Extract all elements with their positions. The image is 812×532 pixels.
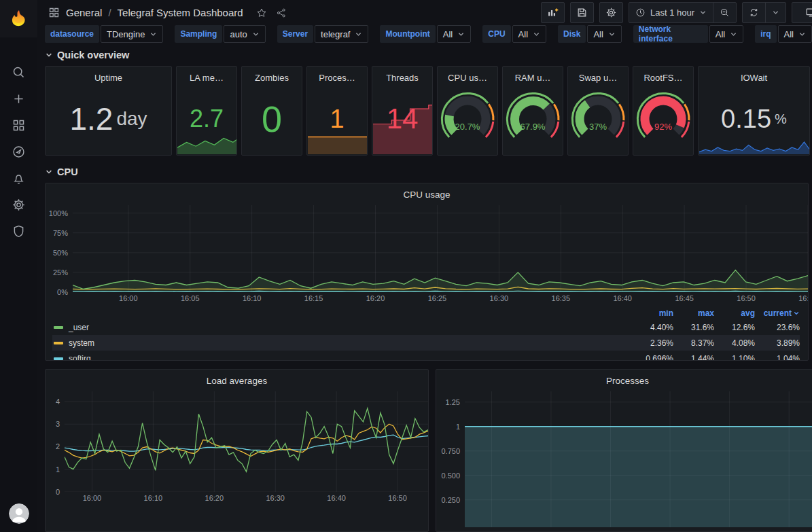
stat-panel-rootfs-gauge: RootFS… 92%: [633, 66, 694, 156]
panel-title[interactable]: Proces…: [310, 73, 364, 83]
variable-select[interactable]: All: [709, 25, 743, 43]
panel-title[interactable]: Zombies: [245, 73, 299, 83]
save-dashboard-button[interactable]: [570, 2, 594, 23]
sidebar: [0, 0, 37, 532]
row-cpu[interactable]: CPU: [45, 156, 812, 183]
clock-icon: [635, 7, 646, 18]
legend-col-current[interactable]: current: [755, 308, 800, 318]
variable-select[interactable]: All: [587, 25, 621, 43]
chevron-down-icon: [252, 31, 260, 38]
panel-title[interactable]: Swap u…: [571, 73, 625, 83]
legend-col-max[interactable]: max: [673, 308, 714, 318]
gauge: 37%: [567, 90, 629, 143]
refresh-button[interactable]: [743, 3, 765, 22]
star-icon[interactable]: [255, 6, 268, 20]
cycle-view-button[interactable]: [792, 2, 812, 23]
create-plus-icon[interactable]: [5, 91, 33, 106]
cpu-usage-panel: CPU usage 0%25%50%75%100% 16:0016:0516:1…: [45, 183, 809, 361]
panel-title[interactable]: IOWait: [701, 73, 807, 83]
panel-title[interactable]: Uptime: [48, 73, 169, 83]
grafana-flame-icon: [9, 9, 29, 29]
panel-title[interactable]: CPU us…: [440, 73, 495, 83]
variable-select[interactable]: All: [512, 25, 546, 43]
variable-select[interactable]: All: [437, 25, 471, 43]
sort-chevron-icon: [793, 310, 800, 317]
panel-title[interactable]: CPU usage: [46, 183, 808, 205]
breadcrumb-dashboard-title[interactable]: Telegraf System Dashboard: [118, 7, 243, 18]
cpu-usage-graph: 0%25%50%75%100% 16:0016:0516:1016:1516:2…: [46, 205, 808, 304]
dashboards-grid-icon[interactable]: [5, 118, 33, 132]
panel-title[interactable]: LA me…: [179, 73, 234, 83]
bottom-panels-row: Load averages 01234 16:0016:1016:2016:30…: [45, 369, 812, 532]
chevron-down-icon: [608, 31, 616, 38]
panel-title[interactable]: RootFS…: [636, 73, 690, 83]
section-title: CPU: [57, 166, 78, 177]
grafana-logo[interactable]: [0, 0, 37, 37]
legend-row-system: system 2.36% 8.37% 4.08% 3.89%: [52, 335, 800, 351]
zoom-out-button[interactable]: [713, 3, 736, 22]
variable-select[interactable]: auto: [224, 25, 265, 43]
series-name[interactable]: softirq: [69, 354, 633, 361]
plot-area[interactable]: [65, 391, 428, 492]
grafana-app: General / Telegraf System Dashboard: [0, 0, 812, 532]
search-icon[interactable]: [5, 65, 33, 79]
panel-title[interactable]: RAM u…: [506, 73, 560, 83]
series-name[interactable]: system: [69, 338, 633, 348]
stat-value: 14: [372, 83, 432, 155]
alerting-bell-icon[interactable]: [5, 171, 33, 185]
legend-min: 0.696%: [633, 354, 673, 361]
stat-panel-iowait: IOWait 0.15%: [698, 66, 810, 156]
panel-title[interactable]: Processes: [436, 370, 812, 391]
sidebar-nav: [5, 65, 33, 238]
add-panel-button[interactable]: [541, 2, 565, 23]
plot-area[interactable]: [73, 205, 808, 292]
variable-select[interactable]: TDengine: [101, 25, 163, 43]
chevron-down-icon: [149, 31, 157, 38]
configuration-gear-icon[interactable]: [5, 197, 33, 212]
main-area: General / Telegraf System Dashboard: [37, 0, 812, 532]
dashboard-settings-button[interactable]: [599, 2, 623, 23]
variable-irq: irq All: [755, 25, 812, 43]
svg-text:92%: 92%: [654, 122, 672, 132]
stat-panel-la-medium: LA me… 2.7: [176, 66, 237, 156]
legend-col-avg[interactable]: avg: [714, 308, 755, 318]
legend-row-user: _user 4.40% 31.6% 12.6% 23.6%: [52, 319, 800, 335]
variable-mountpoint: Mountpoint All: [380, 25, 471, 43]
time-range-picker[interactable]: Last 1 hour: [629, 3, 713, 22]
variable-select[interactable]: All: [778, 25, 812, 43]
panel-title[interactable]: Threads: [375, 73, 429, 83]
gear-icon: [605, 7, 617, 18]
stat-panel-ram-usage-gauge: RAM u… 67.9%: [502, 66, 563, 156]
variable-select[interactable]: telegraf: [315, 25, 368, 43]
stat-panel-uptime: Uptime 1.2day: [45, 66, 172, 156]
variable-label: Network interface: [633, 25, 708, 43]
legend-max: 8.37%: [673, 338, 714, 348]
variable-sampling: Sampling auto: [175, 25, 265, 43]
y-axis: 01234: [46, 391, 65, 492]
explore-compass-icon[interactable]: [5, 144, 33, 159]
variable-datasource: datasource TDengine: [45, 25, 163, 43]
legend-max: 1.44%: [673, 354, 714, 361]
server-admin-shield-icon[interactable]: [5, 224, 33, 238]
breadcrumb-folder[interactable]: General: [66, 7, 102, 18]
plot-area[interactable]: [465, 391, 812, 527]
row-quick-overview[interactable]: Quick overview: [45, 43, 812, 66]
chevron-down-icon: [730, 31, 737, 38]
panel-title[interactable]: Load averages: [46, 370, 428, 391]
variable-label: datasource: [45, 25, 99, 43]
chevron-down-icon: [457, 31, 465, 38]
user-avatar[interactable]: [9, 503, 29, 524]
legend-row-softirq: softirq 0.696% 1.44% 1.10% 1.04%: [52, 351, 800, 361]
legend-avg: 4.08%: [714, 338, 755, 348]
legend-col-min[interactable]: min: [633, 308, 673, 318]
refresh-interval-dropdown[interactable]: [765, 3, 785, 22]
stat-panel-threads: Threads 14: [372, 66, 433, 156]
share-icon[interactable]: [275, 6, 288, 20]
template-variables-row: datasource TDengine Sampling auto Server…: [37, 25, 812, 43]
load-averages-graph: 01234 16:0016:1016:2016:3016:4016:50: [46, 391, 428, 506]
legend-header: min max avg current: [52, 307, 800, 319]
stat-value: 0: [242, 83, 302, 155]
dashboard-content: Quick overview Uptime 1.2day LA me… 2.7 …: [37, 43, 812, 532]
legend-min: 2.36%: [633, 338, 673, 348]
series-name[interactable]: _user: [69, 323, 633, 332]
